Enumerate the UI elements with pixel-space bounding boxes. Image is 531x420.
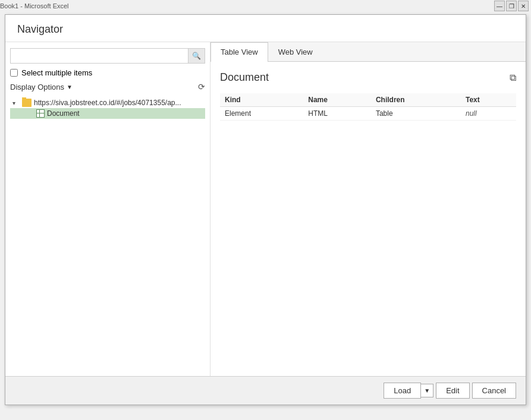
tree-document-label: Document xyxy=(47,109,80,118)
col-name: Name xyxy=(303,93,371,107)
document-icon-button[interactable]: ⧉ xyxy=(510,72,516,83)
load-button[interactable]: Load xyxy=(384,383,421,399)
display-options-label: Display Options xyxy=(10,83,64,91)
tree-toggle: ▾ xyxy=(12,100,20,106)
restore-button[interactable]: ❐ xyxy=(506,1,517,11)
search-input[interactable] xyxy=(11,50,188,62)
navigator-dialog: Navigator 🔍 Select multiple items xyxy=(5,14,526,405)
refresh-icon: ⟳ xyxy=(198,82,205,91)
select-multiple-checkbox[interactable] xyxy=(10,69,18,77)
left-panel: 🔍 Select multiple items Display Options … xyxy=(5,42,210,376)
chevron-down-icon: ▼ xyxy=(67,84,73,90)
dialog-title: Navigator xyxy=(5,15,526,42)
tab-web-view[interactable]: Web View xyxy=(268,42,323,61)
cell-children: Table xyxy=(371,107,461,121)
search-button[interactable]: 🔍 xyxy=(188,49,205,63)
table-icon xyxy=(36,109,45,118)
app-title: Book1 - Microsoft Excel xyxy=(0,2,69,10)
document-title: Document xyxy=(220,71,269,84)
dialog-body: 🔍 Select multiple items Display Options … xyxy=(5,42,526,376)
cell-name: HTML xyxy=(303,107,371,121)
tab-table-view[interactable]: Table View xyxy=(210,42,268,62)
tree-item-root[interactable]: ▾ https://siva.jobstreet.co.id/#/jobs/40… xyxy=(10,97,205,108)
select-multiple-label[interactable]: Select multiple items xyxy=(21,68,92,77)
document-title-row: Document ⧉ xyxy=(220,71,516,84)
load-arrow-icon: ▼ xyxy=(424,387,430,394)
window-controls: — ❐ ✕ xyxy=(494,1,529,11)
display-options-row: Display Options ▼ ⟳ xyxy=(10,82,205,91)
cancel-button[interactable]: Cancel xyxy=(472,383,516,399)
right-panel: Table View Web View Document ⧉ xyxy=(210,42,526,376)
data-table: Kind Name Children Text Element HTML Tab… xyxy=(220,93,516,121)
table-head: Kind Name Children Text xyxy=(220,93,516,107)
tree: ▾ https://siva.jobstreet.co.id/#/jobs/40… xyxy=(10,97,205,370)
display-options-button[interactable]: Display Options ▼ xyxy=(10,83,73,91)
search-box: 🔍 xyxy=(10,48,205,64)
content-area: Document ⧉ Kind Name Children Text xyxy=(210,62,526,376)
load-dropdown-button[interactable]: ▼ xyxy=(421,384,433,397)
dialog-footer: Load ▼ Edit Cancel xyxy=(5,376,526,405)
col-text: Text xyxy=(461,93,516,107)
table-row: Element HTML Table null xyxy=(220,107,516,121)
select-multiple-row: Select multiple items xyxy=(10,68,205,77)
edit-button[interactable]: Edit xyxy=(436,383,469,399)
minimize-button[interactable]: — xyxy=(494,1,505,11)
close-button[interactable]: ✕ xyxy=(518,1,529,11)
table-body: Element HTML Table null xyxy=(220,107,516,121)
tab-bar: Table View Web View xyxy=(210,42,526,62)
tree-root-label: https://siva.jobstreet.co.id/#/jobs/4071… xyxy=(34,99,181,107)
tree-item-document[interactable]: Document xyxy=(10,108,205,119)
search-icon: 🔍 xyxy=(192,52,201,60)
doc-export-icon: ⧉ xyxy=(510,72,516,83)
cell-kind: Element xyxy=(220,107,303,121)
load-button-group: Load ▼ xyxy=(384,383,433,399)
col-kind: Kind xyxy=(220,93,303,107)
table-header-row: Kind Name Children Text xyxy=(220,93,516,107)
cell-text: null xyxy=(461,107,516,121)
col-children: Children xyxy=(371,93,461,107)
folder-icon xyxy=(22,99,32,107)
refresh-button[interactable]: ⟳ xyxy=(198,82,205,91)
